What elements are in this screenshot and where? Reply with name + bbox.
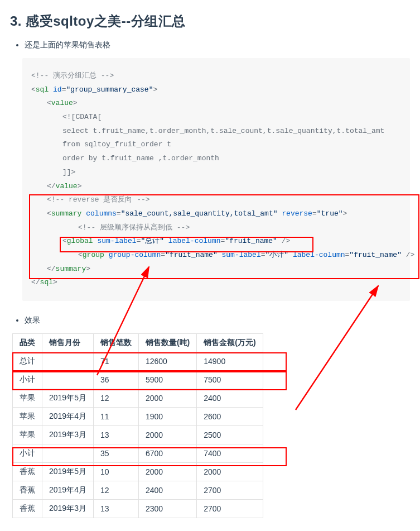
t: "总计" <box>141 237 164 245</box>
t: sum-label <box>218 251 261 259</box>
col-header: 品类 <box>13 334 42 352</box>
table-cell: 2700 <box>197 500 263 518</box>
table-cell: 10 <box>93 463 138 481</box>
t: order by t.fruit_name ,t.order_month <box>62 154 219 162</box>
table-row: 苹果2019年5月1220002400 <box>13 389 263 408</box>
table-cell: 2019年3月 <box>42 500 94 518</box>
table-row: 苹果2019年4月1119002600 <box>13 408 263 426</box>
t: < <box>47 209 51 218</box>
t: reverse <box>278 209 312 218</box>
t: <!-- reverse 是否反向 --> <box>47 195 150 204</box>
result-table: 品类 销售月份 销售笔数 销售数量(吨) 销售金额(万元) 总计71126001… <box>12 333 263 518</box>
table-row: 苹果2019年3月1320002500 <box>13 426 263 444</box>
code-line: <!-- 演示分组汇总 --> <box>31 71 114 80</box>
table-cell: 6700 <box>138 444 196 463</box>
col-header: 销售月份 <box>42 334 94 352</box>
code-line: <sql id="group_summary_case"> <box>31 85 157 94</box>
t: = <box>117 209 121 218</box>
t: </ <box>47 182 56 190</box>
table-cell: 2600 <box>197 408 263 426</box>
t: "fruit_name" <box>349 251 402 259</box>
table-row: 小计3567007400 <box>13 444 263 463</box>
t: "小计" <box>265 251 289 259</box>
t: > <box>86 265 90 273</box>
table-cell: 71 <box>93 352 138 371</box>
table-cell: 2000 <box>197 463 263 481</box>
table-cell: 2019年4月 <box>42 408 94 426</box>
t: group <box>83 251 104 259</box>
table-row: 小计3659007500 <box>13 371 263 389</box>
table-cell: 5900 <box>138 371 196 389</box>
table-cell: 2019年3月 <box>42 426 94 444</box>
section-heading: 3. 感受sqltoy之美--分组汇总 <box>10 12 410 30</box>
table-cell: 12 <box>93 481 138 500</box>
t: "group_summary_case" <box>66 85 153 94</box>
table-cell: 2000 <box>138 426 196 444</box>
table-cell: 2000 <box>138 463 196 481</box>
table-cell: 苹果 <box>13 408 42 426</box>
table-cell: 7500 <box>197 371 263 389</box>
t: > <box>78 182 82 190</box>
bullet-intro: 还是上面的苹果销售表格 <box>25 40 410 50</box>
t: < <box>47 99 51 107</box>
t: summary <box>56 265 86 273</box>
table-cell: 小计 <box>13 371 42 389</box>
table-cell: 小计 <box>13 444 42 463</box>
table-cell: 香蕉 <box>13 500 42 518</box>
t: sum-label <box>93 237 137 245</box>
table-cell: 1900 <box>138 408 196 426</box>
table-cell: 2019年4月 <box>42 481 94 500</box>
t: id <box>49 85 61 94</box>
t: > <box>53 278 57 286</box>
table-cell <box>42 444 94 463</box>
result-table-wrap: 品类 销售月份 销售笔数 销售数量(吨) 销售金额(万元) 总计71126001… <box>12 333 410 518</box>
t: label-column <box>164 237 220 245</box>
t: "true" <box>317 209 343 218</box>
table-cell: 36 <box>93 371 138 389</box>
table-header-row: 品类 销售月份 销售笔数 销售数量(吨) 销售金额(万元) <box>13 334 263 352</box>
table-cell: 2019年5月 <box>42 463 94 481</box>
table-cell <box>42 352 94 371</box>
code-block: <!-- 演示分组汇总 --> <sql id="group_summary_c… <box>22 58 410 301</box>
t: from sqltoy_fruit_order t <box>62 140 171 149</box>
t: > <box>343 209 347 218</box>
t: < <box>31 85 36 94</box>
t: "fruit_name" <box>225 237 277 245</box>
t: <!-- 层级顺序保持从高到低 --> <box>78 223 190 232</box>
col-header: 销售笔数 <box>93 334 138 352</box>
table-cell <box>42 371 94 389</box>
table-row: 香蕉2019年5月1020002000 <box>13 463 263 481</box>
t: /> <box>277 237 290 245</box>
table-cell: 2019年5月 <box>42 389 94 408</box>
table-cell: 7400 <box>197 444 263 463</box>
t: sql <box>40 278 53 286</box>
table-row: 香蕉2019年3月1323002700 <box>13 500 263 518</box>
table-cell: 苹果 <box>13 426 42 444</box>
t: </ <box>31 278 40 286</box>
t: summary <box>51 209 82 218</box>
t: = <box>261 251 265 259</box>
table-row: 香蕉2019年4月1224002700 <box>13 481 263 500</box>
t: <![CDATA[ <box>62 113 102 121</box>
t: > <box>73 99 78 107</box>
t: = <box>312 209 317 218</box>
table-cell: 苹果 <box>13 389 42 408</box>
t: columns <box>81 209 116 218</box>
t: = <box>161 251 165 259</box>
table-cell: 14900 <box>197 352 263 371</box>
col-header: 销售数量(吨) <box>138 334 196 352</box>
t: value <box>51 99 73 107</box>
table-cell: 2700 <box>197 481 263 500</box>
table-cell: 12600 <box>138 352 196 371</box>
t: "sale_count,sale_quantity,total_amt" <box>121 209 278 218</box>
t: < <box>62 237 67 245</box>
t: sql <box>36 85 49 94</box>
t: value <box>56 182 78 190</box>
table-cell: 2000 <box>138 389 196 408</box>
table-cell: 香蕉 <box>13 463 42 481</box>
t: select t.fruit_name,t.order_month,t.sale… <box>62 127 384 135</box>
t: group-column <box>104 251 161 259</box>
table-cell: 2500 <box>197 426 263 444</box>
t: ]]> <box>62 168 75 176</box>
table-cell: 香蕉 <box>13 481 42 500</box>
